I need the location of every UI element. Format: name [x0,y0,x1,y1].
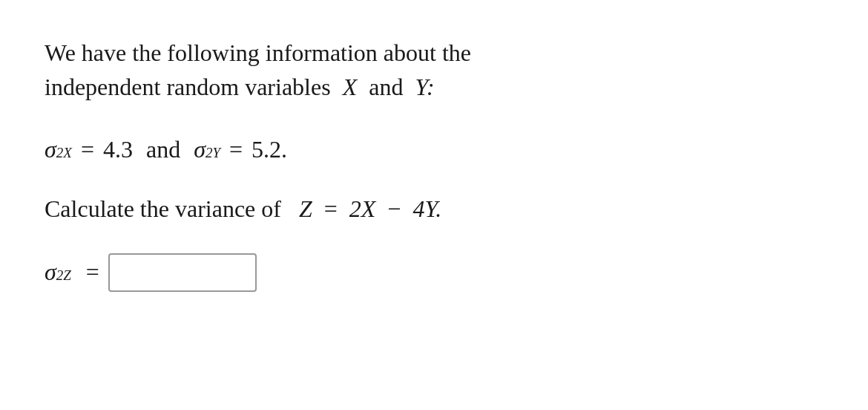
eq-sign-2: = [229,131,243,167]
intro-and: and [369,74,403,100]
val-4-3: 4.3 [103,131,133,167]
sigma-y-expr: σ2Y [194,131,220,167]
sigma-char-x: σ [45,131,56,167]
intro-line2: independent random variables [45,74,331,100]
val-5-2: 5.2. [251,131,287,167]
sigma-z-sup: 2 [56,267,64,284]
intro-paragraph: We have the following information about … [45,36,823,105]
sigma-z-sub: Z [63,267,71,284]
sigma-z-expr: σ2Z [45,258,71,286]
calc-expr1: 2X [349,195,376,222]
page-container: We have the following information about … [0,0,868,410]
answer-equals: = [86,258,99,286]
var-X: X [343,74,358,100]
sigma-char-z: σ [45,258,56,286]
sigma-y-sub: Y [212,143,220,164]
eq-sign-1: = [81,131,94,167]
answer-line: σ2Z = [45,253,823,292]
calc-minus: − [387,195,401,222]
calculate-line: Calculate the variance of Z = 2X − 4Y. [45,191,823,227]
var-Y: Y: [415,74,434,100]
sigma-x-sup: 2 [56,143,64,164]
sigma-x-expr: σ2X [45,131,72,167]
and-text: and [146,131,180,167]
intro-line1: We have the following information about … [45,39,471,66]
sigma-char-y: σ [194,131,206,167]
answer-input-box[interactable] [108,253,257,292]
calculate-text: Calculate the variance of [45,195,281,222]
calc-expr2: 4Y. [412,195,441,222]
sigma-x-sub: X [63,143,72,164]
calc-var-Z: Z [299,195,312,222]
calc-equals: = [324,195,338,222]
variance-equation-line: σ2X = 4.3 and σ2Y = 5.2. [45,131,823,167]
sigma-y-sup: 2 [206,143,213,164]
